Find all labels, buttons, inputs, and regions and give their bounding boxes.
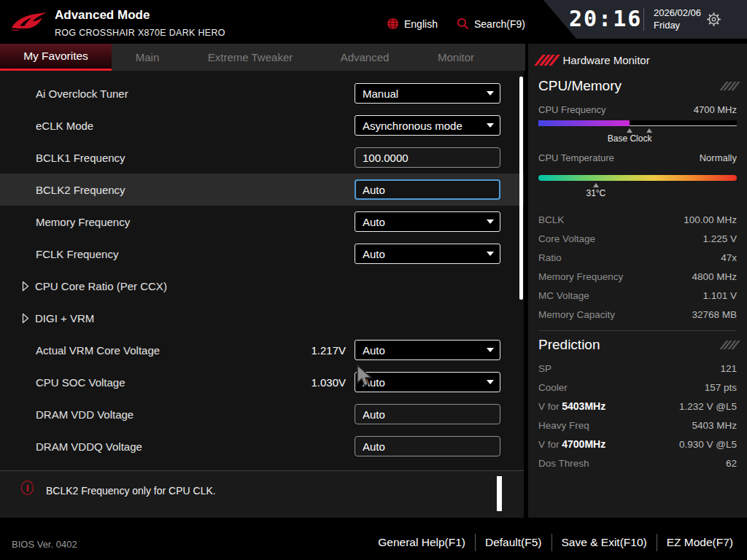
pred-row-v-for-5403: V for 5403MHz1.232 V @L5	[528, 397, 747, 416]
cpu-frequency-bar: Base Clock	[538, 120, 737, 144]
search-icon	[457, 18, 469, 30]
tab-label: Extreme Tweaker	[208, 51, 293, 63]
setting-label: eCLK Mode	[36, 120, 355, 132]
save-exit-button[interactable]: Save & Exit(F10)	[551, 534, 657, 551]
stat-label: Heavy Freq	[538, 420, 589, 431]
clock-time: 20:16	[569, 6, 642, 31]
tab-main[interactable]: Main	[112, 44, 183, 71]
chevron-down-icon	[487, 123, 494, 128]
footer-actions: General Help(F1) Default(F5) Save & Exit…	[368, 534, 743, 551]
prediction-stats: SP121 Cooler157 pts V for 5403MHz1.232 V…	[528, 359, 747, 472]
tab-advanced[interactable]: Advanced	[317, 44, 412, 71]
language-selector[interactable]: English	[387, 18, 438, 30]
tab-extreme-tweaker[interactable]: Extreme Tweaker	[183, 44, 317, 71]
fclk-frequency-dropdown[interactable]: Auto	[355, 244, 500, 264]
dram-vdd-voltage-input[interactable]: Auto	[355, 404, 500, 424]
submenu-cpu-core-ratio[interactable]: CPU Core Ratio (Per CCX)	[0, 270, 524, 302]
hardware-monitor-header: Hardware Monitor	[528, 44, 747, 72]
stat-value: 0.930 V @L5	[679, 439, 737, 450]
cpu-temperature-status: Normally	[700, 152, 737, 163]
tab-label: Monitor	[438, 51, 474, 63]
vrm-core-voltage-dropdown[interactable]: Auto	[355, 340, 500, 360]
tab-my-favorites[interactable]: My Favorites	[0, 44, 112, 71]
input-value: Auto	[363, 184, 385, 196]
cpu-temperature-label: CPU Temperature	[538, 152, 614, 163]
stat-value: 5403 MHz	[692, 420, 737, 431]
general-help-button[interactable]: General Help(F1)	[368, 534, 475, 551]
setting-row-memory-frequency[interactable]: Memory Frequency Auto	[0, 206, 524, 238]
input-value: Auto	[363, 440, 385, 453]
cpu-temperature-row: CPU Temperature Normally	[528, 144, 747, 163]
setting-row-fclk-frequency[interactable]: FCLK Frequency Auto	[0, 238, 524, 270]
setting-row-cpu-soc-voltage[interactable]: CPU SOC Voltage 1.030V Auto	[0, 366, 524, 398]
bclk2-frequency-input[interactable]: Auto	[355, 179, 500, 200]
chevron-down-icon	[487, 380, 494, 384]
setting-row-actual-vrm-core-voltage[interactable]: Actual VRM Core Voltage 1.217V Auto	[0, 334, 524, 366]
temperature-value-label: 31°C	[586, 188, 605, 198]
language-label: English	[404, 18, 438, 30]
settings-scrollbar-thumb[interactable]	[519, 77, 523, 300]
motherboard-name: ROG CROSSHAIR X870E DARK HERO	[55, 28, 225, 38]
cpu-memory-title: CPU/Memory	[538, 78, 622, 94]
tab-monitor[interactable]: Monitor	[412, 44, 500, 71]
stat-value: 121	[720, 363, 737, 374]
setting-row-bclk1-frequency[interactable]: BCLK1 Frequency 100.0000	[0, 141, 524, 174]
gray-stripes-icon	[723, 82, 738, 90]
voltage-reading: 1.030V	[311, 376, 346, 389]
memory-frequency-dropdown[interactable]: Auto	[355, 211, 500, 232]
stat-value: 1.101 V	[703, 290, 737, 301]
default-button[interactable]: Default(F5)	[475, 534, 551, 551]
chevron-down-icon	[487, 91, 494, 96]
dropdown-value: Asynchronous mode	[363, 120, 462, 132]
bclk1-frequency-input[interactable]: 100.0000	[355, 147, 500, 168]
settings-gear-icon[interactable]	[706, 12, 721, 27]
dropdown-value: Auto	[363, 376, 385, 389]
search-label: Search(F9)	[474, 18, 525, 30]
hardware-monitor-panel: Hardware Monitor CPU/Memory CPU Frequenc…	[528, 44, 747, 524]
pred-row-cooler: Cooler157 pts	[528, 378, 747, 397]
submenu-digi-vrm[interactable]: DIGI + VRM	[0, 302, 524, 334]
pred-row-dos-thresh: Dos Thresh62	[528, 454, 747, 472]
search-button[interactable]: Search(F9)	[457, 18, 525, 30]
setting-row-dram-vdd-voltage[interactable]: DRAM VDD Voltage Auto	[0, 398, 524, 430]
setting-label: DRAM VDDQ Voltage	[36, 440, 355, 453]
setting-row-ai-overclock-tuner[interactable]: Ai Overclock Tuner Manual	[0, 77, 524, 109]
stat-row-memory-capacity: Memory Capacity32768 MB	[528, 305, 747, 324]
cpu-frequency-row: CPU Frequency 4700 MHz	[528, 96, 747, 115]
stat-value: 1.232 V @L5	[679, 401, 737, 412]
gray-stripes-icon	[723, 341, 738, 349]
prediction-title: Prediction	[538, 337, 600, 353]
mode-title: Advanced Mode	[55, 8, 150, 23]
stat-value: 47x	[721, 252, 737, 263]
stat-label: MC Voltage	[538, 290, 589, 301]
ez-mode-button[interactable]: EZ Mode(F7)	[657, 534, 743, 551]
stat-label-strong: 5403MHz	[562, 400, 605, 412]
setting-row-bclk2-frequency[interactable]: BCLK2 Frequency Auto	[0, 174, 524, 206]
setting-label: Ai Overclock Tuner	[36, 88, 355, 100]
eclk-mode-dropdown[interactable]: Asynchronous mode	[355, 115, 500, 136]
temperature-gradient	[538, 175, 737, 181]
pred-row-v-for-4700: V for 4700MHz0.930 V @L5	[528, 435, 747, 454]
input-value: Auto	[363, 408, 385, 421]
pred-row-sp: SP121	[528, 359, 747, 378]
dram-vddq-voltage-input[interactable]: Auto	[355, 436, 500, 456]
cpu-soc-voltage-dropdown[interactable]: Auto	[355, 372, 500, 392]
ai-overclock-tuner-dropdown[interactable]: Manual	[355, 83, 500, 104]
setting-row-dram-vddq-voltage[interactable]: DRAM VDDQ Voltage Auto	[0, 430, 524, 462]
dropdown-value: Auto	[363, 248, 385, 260]
frequency-marker	[646, 128, 652, 133]
stat-label: Memory Capacity	[538, 309, 615, 320]
pred-row-heavy-freq: Heavy Freq5403 MHz	[528, 416, 747, 435]
weekday-value: Friday	[654, 19, 701, 31]
setting-label: Actual VRM Core Voltage	[36, 344, 311, 357]
footer-bar: BIOS Ver. 0402 General Help(F1) Default(…	[0, 518, 747, 560]
chevron-down-icon	[487, 219, 494, 224]
stat-label: V for	[538, 439, 562, 450]
stat-row-bclk: BCLK100.00 MHz	[528, 210, 747, 229]
base-clock-label: Base Clock	[608, 133, 652, 144]
help-info-bar: BCLK2 Frequency only for CPU CLK.	[0, 470, 524, 518]
chevron-down-icon	[487, 348, 494, 352]
voltage-reading: 1.217V	[311, 344, 346, 357]
setting-row-eclk-mode[interactable]: eCLK Mode Asynchronous mode	[0, 109, 524, 141]
info-scrollbar-thumb[interactable]	[497, 476, 502, 511]
